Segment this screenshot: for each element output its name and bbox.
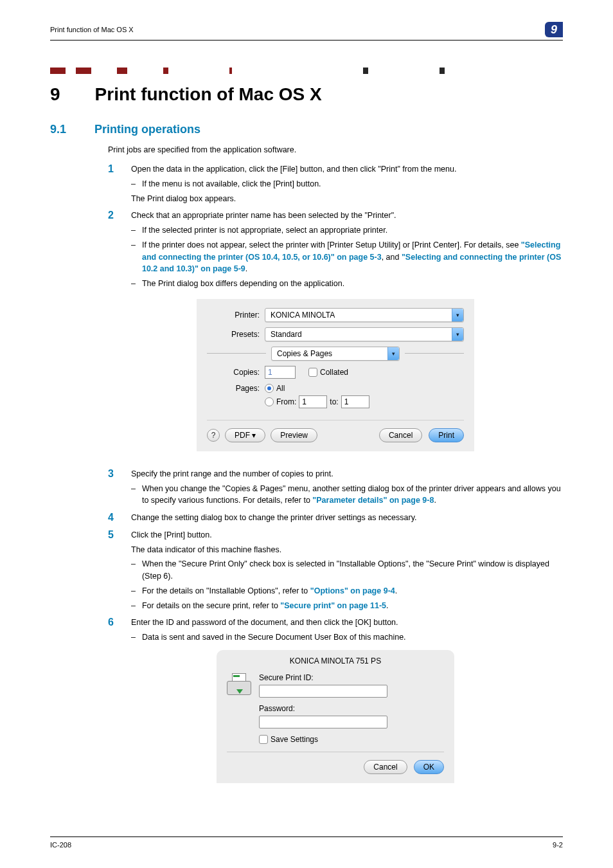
chevron-updown-icon: ▾ — [387, 347, 399, 360]
step-number: 5 — [108, 529, 120, 612]
panel-select[interactable]: Copies & Pages ▾ — [271, 347, 400, 361]
header-rule — [50, 40, 563, 41]
section-tab: 9 — [545, 22, 563, 37]
step-sub: If the printer does not appear, select t… — [142, 239, 563, 275]
cancel-button[interactable]: Cancel — [364, 760, 407, 774]
pdf-button[interactable]: PDF ▾ — [225, 428, 265, 442]
breadcrumb: Print function of Mac OS X — [50, 26, 134, 33]
pages-label: Pages: — [207, 384, 265, 393]
chapter-number: 9 — [50, 84, 60, 105]
step-3: 3 Specify the print range and the number… — [108, 468, 563, 507]
copies-input[interactable] — [265, 366, 296, 379]
step-number: 4 — [108, 512, 120, 524]
step-number: 3 — [108, 468, 120, 507]
chevron-updown-icon: ▾ — [452, 309, 463, 321]
dialog-title: KONICA MINOLTA 751 PS — [227, 656, 444, 665]
step-number: 6 — [108, 617, 120, 644]
save-settings-checkbox[interactable] — [259, 735, 268, 744]
printer-label: Printer: — [207, 311, 265, 320]
step-sub: If the menu is not available, click the … — [142, 178, 321, 190]
step-number: 1 — [108, 163, 120, 204]
pages-all-label: All — [276, 384, 285, 393]
pages-from-input[interactable] — [299, 395, 327, 408]
step-sub: Data is sent and saved in the Secure Doc… — [142, 631, 406, 644]
step-4: 4 Change the setting dialog box to chang… — [108, 512, 563, 524]
section-title: Printing operations — [94, 123, 200, 136]
print-button[interactable]: Print — [429, 428, 464, 442]
step-after: The data indicator of this machine flash… — [131, 544, 563, 556]
step-number: 2 — [108, 210, 120, 290]
save-settings-label: Save Settings — [271, 735, 318, 744]
intro-text: Print jobs are specified from the applic… — [108, 144, 563, 156]
printer-icon — [227, 673, 251, 695]
printer-select[interactable]: KONICA MINOLTA ▾ — [265, 308, 464, 322]
step-sub: If the selected printer is not appropria… — [142, 224, 387, 237]
collated-checkbox[interactable] — [308, 368, 317, 377]
step-text: Open the data in the application, click … — [131, 165, 456, 174]
pages-all-radio[interactable] — [265, 384, 274, 393]
cancel-button[interactable]: Cancel — [379, 428, 422, 442]
step-text: Change the setting dialog box to change … — [131, 513, 416, 522]
print-dialog: Printer: KONICA MINOLTA ▾ Presets: Stand… — [197, 299, 474, 451]
secure-print-dialog: KONICA MINOLTA 751 PS Secure Print ID: P… — [217, 650, 454, 783]
step-sub: When the "Secure Print Only" check box i… — [142, 558, 563, 583]
chapter-title: Print function of Mac OS X — [95, 84, 322, 105]
help-button[interactable]: ? — [207, 429, 220, 442]
step-sub: When you change the "Copies & Pages" men… — [142, 483, 563, 507]
pages-to-input[interactable] — [341, 395, 369, 408]
step-sub: For the details on "Installable Options"… — [142, 585, 397, 597]
presets-select[interactable]: Standard ▾ — [265, 327, 464, 341]
step-6: 6 Enter the ID and password of the docum… — [108, 617, 563, 644]
section-number: 9.1 — [50, 123, 66, 136]
xref-link[interactable]: "Options" on page 9-4 — [310, 586, 395, 595]
password-input[interactable] — [259, 716, 387, 728]
copies-label: Copies: — [207, 368, 265, 377]
collated-label: Collated — [320, 368, 348, 377]
password-label: Password: — [259, 704, 444, 713]
step-1: 1 Open the data in the application, clic… — [108, 163, 563, 204]
decorative-color-bar — [50, 68, 563, 74]
step-text: Enter the ID and password of the documen… — [131, 618, 398, 627]
pages-from-radio[interactable] — [265, 397, 274, 406]
chevron-updown-icon: ▾ — [452, 328, 463, 341]
step-2: 2 Check that an appropriate printer name… — [108, 210, 563, 290]
pages-from-label: From: — [276, 397, 296, 406]
step-text: Check that an appropriate printer name h… — [131, 211, 396, 220]
preview-button[interactable]: Preview — [271, 428, 317, 442]
step-sub: The Print dialog box differs depending o… — [142, 278, 344, 290]
xref-link[interactable]: "Parameter details" on page 9-8 — [312, 496, 434, 505]
step-sub: For details on the secure print, refer t… — [142, 600, 389, 612]
pages-to-label: to: — [330, 397, 338, 406]
secure-id-input[interactable] — [259, 685, 387, 698]
presets-label: Presets: — [207, 330, 265, 339]
ok-button[interactable]: OK — [414, 760, 444, 774]
step-text: Click the [Print] button. — [131, 530, 212, 539]
step-text: Specify the print range and the number o… — [131, 469, 333, 478]
secure-id-label: Secure Print ID: — [259, 673, 444, 682]
footer-right: 9-2 — [553, 841, 563, 849]
step-after: The Print dialog box appears. — [131, 193, 563, 205]
footer-left: IC-208 — [50, 841, 71, 849]
xref-link[interactable]: "Secure print" on page 11-5 — [280, 601, 386, 610]
step-5: 5 Click the [Print] button. The data ind… — [108, 529, 563, 612]
